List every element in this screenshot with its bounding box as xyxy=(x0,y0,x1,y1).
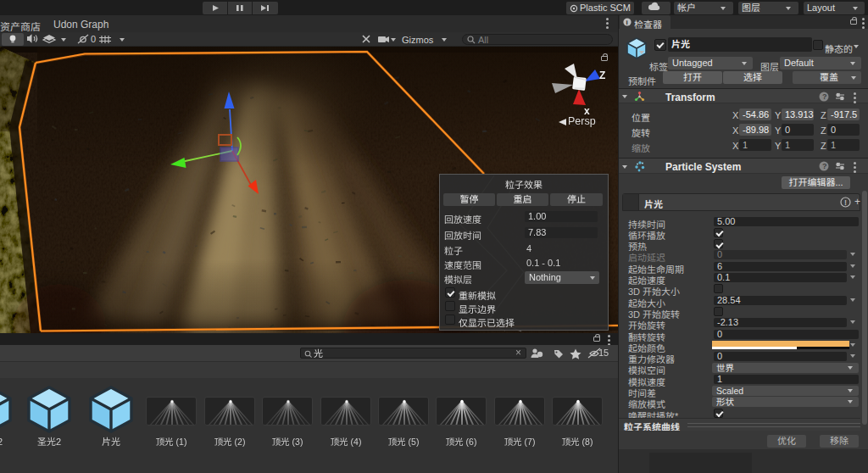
svg-text:?: ? xyxy=(822,92,827,101)
svg-text:Persp: Persp xyxy=(568,115,596,127)
svg-text:0: 0 xyxy=(91,34,96,44)
svg-text:Z: Z xyxy=(599,70,605,81)
svg-text:?: ? xyxy=(822,162,827,170)
svg-text:!: ! xyxy=(844,198,847,207)
svg-text:i: i xyxy=(626,19,628,26)
